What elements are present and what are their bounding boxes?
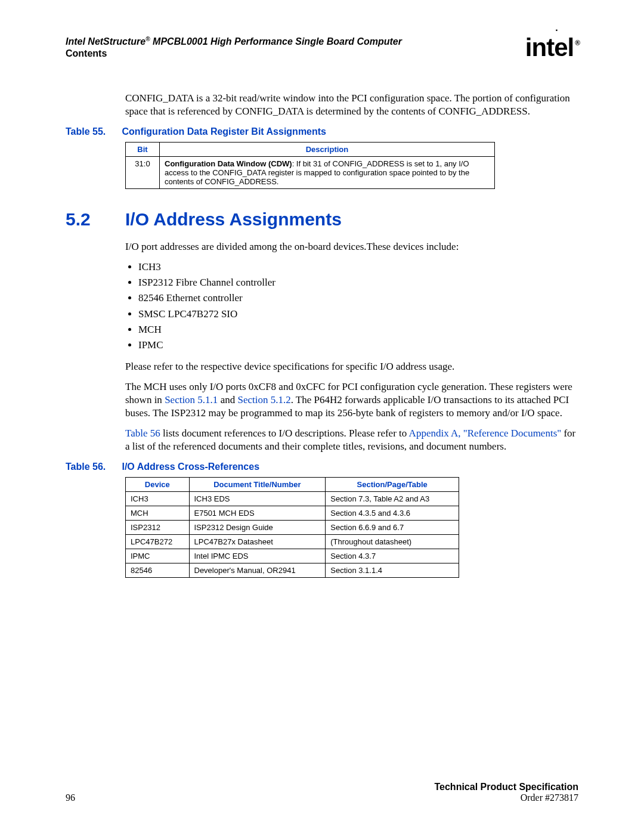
refer-paragraph: Please refer to the respective device sp… — [125, 360, 578, 373]
table-row: Bit Description — [126, 143, 495, 157]
bit-range: 31:0 — [126, 157, 160, 189]
logo-text: inte.l — [525, 33, 574, 61]
table-header-bit: Bit — [126, 143, 160, 157]
table-row: ICH3 ICH3 EDS Section 7.3, Table A2 and … — [126, 492, 459, 506]
registered-mark: ® — [145, 36, 150, 42]
table-header-document: Document Title/Number — [189, 478, 326, 492]
table-row: 31:0 Configuration Data Window (CDW): If… — [126, 157, 495, 189]
product-line-prefix: Intel NetStructure — [66, 36, 145, 47]
table-header-section: Section/Page/Table — [326, 478, 459, 492]
table-56-label: Table 56. — [66, 462, 119, 472]
logo-registered-mark: ® — [575, 39, 580, 47]
list-item: 82546 Ethernet controller — [138, 292, 578, 305]
table-55-caption: Table 55. Configuration Data Register Bi… — [66, 126, 578, 137]
table-row: MCH E7501 MCH EDS Section 4.3.5 and 4.3.… — [126, 506, 459, 521]
footer-tps: Technical Product Specification — [434, 782, 578, 792]
list-item: ISP2312 Fibre Channel controller — [138, 276, 578, 289]
table-row: LPC47B272 LPC47B27x Datasheet (Throughou… — [126, 535, 459, 549]
table-55-label: Table 55. — [66, 126, 119, 137]
list-item: MCH — [138, 323, 578, 336]
table-row: ISP2312 ISP2312 Design Guide Section 6.6… — [126, 521, 459, 535]
table-row: 82546 Developer's Manual, OR2941 Section… — [126, 563, 459, 578]
table-55: Bit Description 31:0 Configuration Data … — [125, 142, 495, 189]
footer-right: Technical Product Specification Order #2… — [434, 782, 578, 803]
table-56-caption: Table 56. I/O Address Cross-References — [66, 462, 578, 472]
footer-order: Order #273817 — [434, 792, 578, 803]
mch-paragraph: The MCH uses only I/O ports 0xCF8 and 0x… — [125, 380, 578, 420]
link-table-56[interactable]: Table 56 — [125, 428, 160, 439]
table-header-device: Device — [126, 478, 190, 492]
table-56: Device Document Title/Number Section/Pag… — [125, 477, 459, 578]
list-item: ICH3 — [138, 261, 578, 274]
section-heading: 5.2I/O Address Assignments — [66, 209, 578, 230]
list-item: IPMC — [138, 339, 578, 352]
header-title-block: Intel NetStructure® MPCBL0001 High Perfo… — [66, 36, 402, 60]
section-number: 5.2 — [66, 209, 125, 230]
intel-logo: inte.l® — [525, 33, 578, 62]
link-section-5-1-1[interactable]: Section 5.1.1 — [165, 394, 218, 405]
product-line-suffix: MPCBL0001 High Performance Single Board … — [150, 36, 402, 47]
header-subtitle: Contents — [66, 48, 107, 58]
page-number: 96 — [66, 792, 75, 803]
link-appendix-a[interactable]: Appendix A, "Reference Documents" — [409, 428, 562, 439]
list-item: SMSC LPC47B272 SIO — [138, 308, 578, 321]
table-56-title: I/O Address Cross-References — [122, 462, 259, 472]
page-header: Intel NetStructure® MPCBL0001 High Perfo… — [66, 36, 578, 64]
config-data-paragraph: CONFIG_DATA is a 32-bit read/write windo… — [125, 92, 578, 118]
table-header-description: Description — [160, 143, 495, 157]
io-intro-paragraph: I/O port addresses are divided among the… — [125, 240, 578, 253]
table-row: IPMC Intel IPMC EDS Section 4.3.7 — [126, 549, 459, 563]
page-footer: 96 Technical Product Specification Order… — [66, 782, 578, 803]
bit-description: Configuration Data Window (CDW): If bit … — [160, 157, 495, 189]
section-title: I/O Address Assignments — [125, 209, 342, 229]
table56-ref-paragraph: Table 56 lists document references to I/… — [125, 427, 578, 453]
table-row: Device Document Title/Number Section/Pag… — [126, 478, 459, 492]
table-55-title: Configuration Data Register Bit Assignme… — [122, 126, 326, 137]
device-list: ICH3 ISP2312 Fibre Channel controller 82… — [125, 261, 578, 352]
link-section-5-1-2[interactable]: Section 5.1.2 — [237, 394, 290, 405]
